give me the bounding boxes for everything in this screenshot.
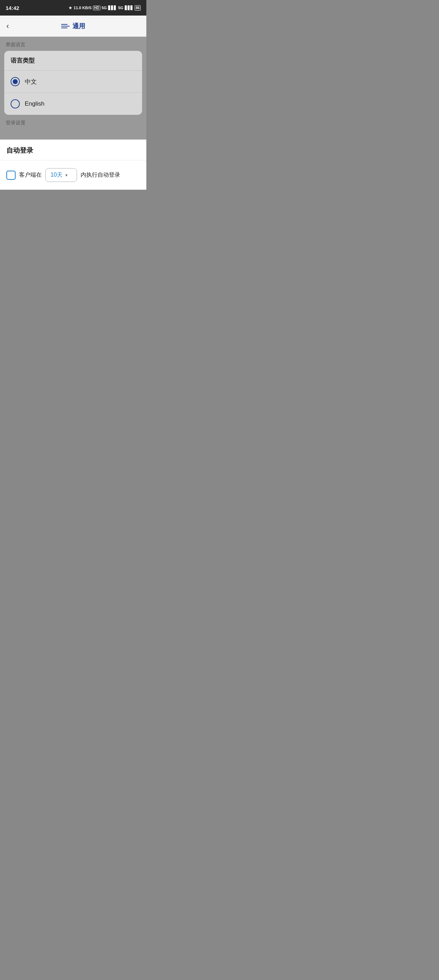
signal2-bars: ▋▋▋ [125, 6, 133, 10]
settings-icon [61, 24, 70, 28]
signal1-bars: ▋▋▋ [108, 6, 117, 10]
autologin-panel-title: 自动登录 [0, 140, 146, 161]
autologin-panel: 自动登录 客户端在 10天 ▾ 内执行自动登录 [0, 140, 146, 190]
battery-level: 86 [136, 6, 140, 10]
chevron-down-icon: ▾ [65, 173, 67, 178]
status-right: ★ 11.0 KB/S HD 5G ▋▋▋ 5G ▋▋▋ 86 [69, 5, 140, 11]
login-settings-label: 登录设置 [0, 115, 146, 129]
header-title-area: 通用 [61, 22, 85, 30]
interface-language-label: 界面语言 [0, 37, 146, 51]
status-bar: 14:42 ★ 11.0 KB/S HD 5G ▋▋▋ 5G ▋▋▋ 86 [0, 0, 146, 16]
language-label-zh: 中文 [25, 78, 37, 86]
status-time: 14:42 [6, 5, 19, 11]
signal2: 5G [118, 6, 123, 10]
language-card-title: 语言类型 [4, 51, 142, 71]
hd-badge: HD [93, 6, 100, 10]
autologin-suffix-text: 内执行自动登录 [81, 171, 120, 179]
days-dropdown[interactable]: 10天 ▾ [45, 168, 77, 182]
radio-en[interactable] [11, 99, 20, 108]
bluetooth-icon: ★ [69, 6, 72, 10]
autologin-panel-body: 客户端在 10天 ▾ 内执行自动登录 [0, 161, 146, 190]
header: ‹ 通用 [0, 16, 146, 37]
days-dropdown-value: 10天 [51, 171, 62, 179]
language-label-en: English [25, 100, 45, 107]
autologin-checkbox[interactable] [6, 171, 16, 180]
language-option-zh[interactable]: 中文 [4, 71, 142, 93]
page-background: ‹ 通用 界面语言 语言类型 中文 English 登录设置 自动登录 [0, 16, 146, 402]
signal1: 5G [102, 6, 107, 10]
network-speed: 11.0 KB/S [73, 6, 91, 10]
back-button[interactable]: ‹ [6, 22, 9, 31]
autologin-prefix-text: 客户端在 [19, 171, 42, 179]
language-option-en[interactable]: English [4, 93, 142, 115]
battery-icon: 86 [135, 5, 140, 11]
language-card: 语言类型 中文 English [4, 51, 142, 115]
header-title-text: 通用 [72, 22, 85, 30]
radio-zh[interactable] [11, 77, 20, 86]
